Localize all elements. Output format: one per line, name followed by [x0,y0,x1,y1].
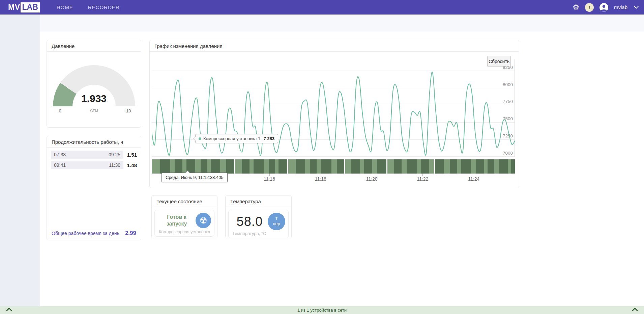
timeline-segment [254,159,264,174]
compressor-fan-icon[interactable]: ☢ [196,213,211,228]
timeline-segment [331,159,337,174]
content-top-band [40,15,644,32]
timeline-segment [317,159,321,174]
duration-interval-pill: 09:4111:30 [51,161,123,169]
series-tooltip-dot-icon [199,137,201,140]
temperature-row: 58.0 Т пер [232,213,285,230]
interval-start: 09:41 [54,162,66,168]
interval-start: 07:33 [54,152,66,157]
date-tooltip: Среда, Июнь 9, 11:12:38.405 [162,173,228,182]
fan-glyph: ☢ [199,215,207,226]
pressure-card: Давление 1.933 Атм 0 10 [47,40,141,128]
timeline-segment [296,159,305,174]
timeline-segment [421,159,429,174]
timeline-segment [377,159,386,174]
gauge-value: 1.933 [53,93,135,104]
navbar: MV LAB HOME RECORDER ⚙ ! mvlab [0,0,644,15]
svg-text:7750: 7750 [503,99,513,104]
duration-interval-pill: 07:3309:25 [51,151,123,159]
footer-left-chevron-up-icon[interactable] [6,308,12,311]
nav-item-recorder[interactable]: RECORDER [88,4,120,10]
timeline-segment [264,159,269,174]
timeline-segment [182,159,186,174]
footer-right-chevron-up-icon[interactable] [632,308,638,311]
temperature-card: Температура 58.0 Т пер Температура, °C [225,195,292,238]
timeline-segment [435,159,444,174]
timeline-segment [220,159,226,174]
badge-line1: Т [275,216,278,221]
timeline-segment [429,159,434,174]
gauge-unit-label: Атм [53,108,135,113]
username-label: mvlab [614,4,627,10]
timeline-segment [372,159,377,174]
series-tooltip-label: Компрессорная установка 1: [203,136,262,141]
left-sidebar [0,15,40,306]
timeline-segment [288,159,296,174]
logo-lab-text: LAB [21,2,40,12]
interval-end: 11:30 [109,162,120,168]
timeline-segment [484,159,488,174]
device-status-text: 1 из 1 устройства в сети [0,308,644,313]
nav-item-home[interactable]: HOME [57,4,73,10]
timeline-segment [201,159,207,174]
timeline-segment [211,159,220,174]
x-axis-tick-label: 11:18 [315,174,326,182]
timeline-segment [242,159,250,174]
svg-text:7250: 7250 [503,133,513,138]
duration-card: Продолжительность работы, ч 07:3309:251.… [47,136,141,240]
timeline-segment [364,159,372,174]
timeline-segment [476,159,484,174]
timeline-segment [494,159,499,174]
timeline-segment [321,159,331,174]
status-text: Готов к запуску [158,214,196,227]
timeline-segment [226,159,234,174]
timeline-segment [175,159,182,174]
activity-timeline-bar[interactable] [152,159,515,174]
settings-gear-icon[interactable]: ⚙ [573,4,579,11]
x-axis-tick-label: 11:16 [264,174,275,182]
mvlab-logo[interactable]: MV LAB [8,2,40,12]
pressure-line-chart[interactable]: 825080007750750072507000 [152,55,515,160]
gauge-max-label: 10 [126,108,131,113]
pressure-chart-card: График изменения давления Сбросить 82508… [149,40,519,188]
status-inner-box: Готов к запуску ☢ Компрессорная установк… [154,210,214,237]
series-tooltip-value: 7 283 [264,136,275,141]
temperature-caption: Температура, °C [232,231,285,236]
duration-footer: Общее рабочее время за день 2.99 [47,227,141,240]
timeline-segment [360,159,364,174]
x-axis-tick-label: 11:22 [417,174,428,182]
timeline-segment [450,159,457,174]
timeline-segment [499,159,508,174]
temperature-card-title: Температура [226,195,291,207]
pressure-card-title: Давление [47,40,141,52]
current-state-card: Текущее состояние Готов к запуску ☢ Комп… [151,195,217,238]
timeline-segment [457,159,461,174]
timeline-segment [402,159,407,174]
timeline-segment [152,159,160,174]
timeline-segment [235,159,242,174]
navbar-right: ⚙ ! mvlab [573,3,644,12]
timeline-segment [394,159,402,174]
timeline-segment [160,159,170,174]
user-menu-chevron-down-icon[interactable] [634,6,639,9]
user-avatar-icon[interactable] [599,3,608,12]
timeline-segment [195,159,201,174]
duration-footer-value: 2.99 [125,230,136,237]
timeline-segment [337,159,344,174]
timeline-segment [310,159,317,174]
timeline-segment [511,159,515,174]
logo-mv-text: MV [8,3,20,12]
status-row: Готов к запуску ☢ [158,213,211,228]
interval-hours: 1.48 [126,162,137,168]
temperature-sensor-badge[interactable]: Т пер [268,213,285,230]
dashboard-page: MV LAB HOME RECORDER ⚙ ! mvlab [0,0,644,314]
alert-exclamation-icon[interactable]: ! [585,3,594,12]
timeline-segment [207,159,211,174]
status-card-title: Текущее состояние [152,195,217,207]
interval-end: 09:25 [109,152,120,157]
svg-text:8000: 8000 [503,82,513,87]
timeline-segment [407,159,417,174]
nav-links: HOME RECORDER [57,4,120,10]
timeline-segment [250,159,254,174]
timeline-segment [351,159,360,174]
